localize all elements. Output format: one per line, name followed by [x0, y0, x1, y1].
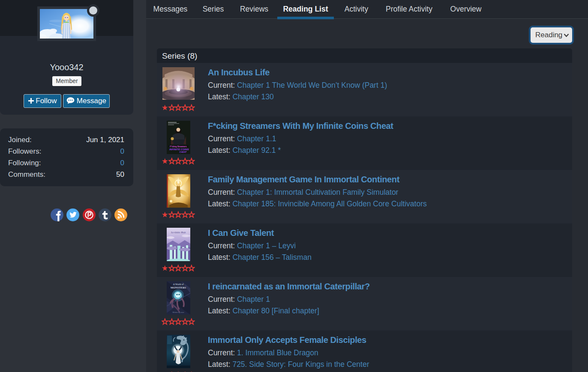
svg-text:Written by xxxx: Written by xxxx: [172, 311, 184, 313]
svg-text:A World of: A World of: [173, 283, 183, 286]
svg-text:Scribble Hub: Scribble Hub: [171, 231, 186, 234]
svg-text:F*cking Streamers: F*cking Streamers: [170, 146, 187, 148]
svg-text:CHEAT: CHEAT: [179, 151, 187, 153]
svg-text:MONSTERS: MONSTERS: [170, 286, 186, 289]
